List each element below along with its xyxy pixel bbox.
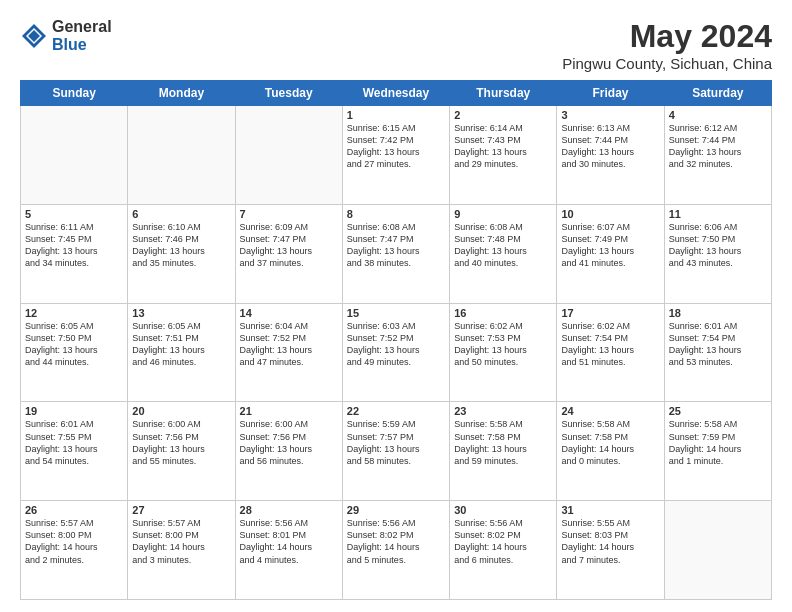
day-info: Sunrise: 6:02 AMSunset: 7:54 PMDaylight:… (561, 320, 659, 369)
day-info: Sunrise: 6:00 AMSunset: 7:56 PMDaylight:… (132, 418, 230, 467)
day-number: 8 (347, 208, 445, 220)
day-info: Sunrise: 5:59 AMSunset: 7:57 PMDaylight:… (347, 418, 445, 467)
logo-text: General Blue (52, 18, 112, 53)
calendar-cell: 6Sunrise: 6:10 AMSunset: 7:46 PMDaylight… (128, 204, 235, 303)
day-header-friday: Friday (557, 81, 664, 106)
day-number: 13 (132, 307, 230, 319)
calendar-cell: 3Sunrise: 6:13 AMSunset: 7:44 PMDaylight… (557, 106, 664, 205)
day-number: 7 (240, 208, 338, 220)
calendar-cell: 25Sunrise: 5:58 AMSunset: 7:59 PMDayligh… (664, 402, 771, 501)
calendar-cell: 31Sunrise: 5:55 AMSunset: 8:03 PMDayligh… (557, 501, 664, 600)
main-title: May 2024 (562, 18, 772, 55)
calendar-cell: 12Sunrise: 6:05 AMSunset: 7:50 PMDayligh… (21, 303, 128, 402)
calendar-cell: 27Sunrise: 5:57 AMSunset: 8:00 PMDayligh… (128, 501, 235, 600)
day-info: Sunrise: 5:56 AMSunset: 8:02 PMDaylight:… (454, 517, 552, 566)
calendar-cell: 16Sunrise: 6:02 AMSunset: 7:53 PMDayligh… (450, 303, 557, 402)
week-row-5: 26Sunrise: 5:57 AMSunset: 8:00 PMDayligh… (21, 501, 772, 600)
week-row-2: 5Sunrise: 6:11 AMSunset: 7:45 PMDaylight… (21, 204, 772, 303)
calendar-cell: 19Sunrise: 6:01 AMSunset: 7:55 PMDayligh… (21, 402, 128, 501)
calendar-cell: 11Sunrise: 6:06 AMSunset: 7:50 PMDayligh… (664, 204, 771, 303)
week-row-4: 19Sunrise: 6:01 AMSunset: 7:55 PMDayligh… (21, 402, 772, 501)
day-number: 18 (669, 307, 767, 319)
day-number: 21 (240, 405, 338, 417)
day-info: Sunrise: 5:58 AMSunset: 7:58 PMDaylight:… (454, 418, 552, 467)
day-number: 24 (561, 405, 659, 417)
calendar-cell (21, 106, 128, 205)
day-info: Sunrise: 5:57 AMSunset: 8:00 PMDaylight:… (132, 517, 230, 566)
calendar-cell: 24Sunrise: 5:58 AMSunset: 7:58 PMDayligh… (557, 402, 664, 501)
day-number: 30 (454, 504, 552, 516)
day-number: 29 (347, 504, 445, 516)
day-number: 6 (132, 208, 230, 220)
day-info: Sunrise: 5:58 AMSunset: 7:58 PMDaylight:… (561, 418, 659, 467)
day-info: Sunrise: 6:13 AMSunset: 7:44 PMDaylight:… (561, 122, 659, 171)
day-header-sunday: Sunday (21, 81, 128, 106)
day-info: Sunrise: 5:56 AMSunset: 8:02 PMDaylight:… (347, 517, 445, 566)
calendar-table: SundayMondayTuesdayWednesdayThursdayFrid… (20, 80, 772, 600)
day-info: Sunrise: 5:57 AMSunset: 8:00 PMDaylight:… (25, 517, 123, 566)
day-number: 15 (347, 307, 445, 319)
day-info: Sunrise: 6:08 AMSunset: 7:48 PMDaylight:… (454, 221, 552, 270)
day-number: 4 (669, 109, 767, 121)
subtitle: Pingwu County, Sichuan, China (562, 55, 772, 72)
day-header-saturday: Saturday (664, 81, 771, 106)
calendar-cell: 9Sunrise: 6:08 AMSunset: 7:48 PMDaylight… (450, 204, 557, 303)
page: General Blue May 2024 Pingwu County, Sic… (0, 0, 792, 612)
calendar-cell: 22Sunrise: 5:59 AMSunset: 7:57 PMDayligh… (342, 402, 449, 501)
calendar-cell: 13Sunrise: 6:05 AMSunset: 7:51 PMDayligh… (128, 303, 235, 402)
week-row-1: 1Sunrise: 6:15 AMSunset: 7:42 PMDaylight… (21, 106, 772, 205)
day-info: Sunrise: 6:01 AMSunset: 7:54 PMDaylight:… (669, 320, 767, 369)
day-number: 31 (561, 504, 659, 516)
day-info: Sunrise: 6:05 AMSunset: 7:51 PMDaylight:… (132, 320, 230, 369)
day-info: Sunrise: 6:03 AMSunset: 7:52 PMDaylight:… (347, 320, 445, 369)
day-info: Sunrise: 6:07 AMSunset: 7:49 PMDaylight:… (561, 221, 659, 270)
day-number: 12 (25, 307, 123, 319)
day-number: 19 (25, 405, 123, 417)
day-header-tuesday: Tuesday (235, 81, 342, 106)
day-info: Sunrise: 6:09 AMSunset: 7:47 PMDaylight:… (240, 221, 338, 270)
calendar-cell (664, 501, 771, 600)
day-number: 17 (561, 307, 659, 319)
calendar-cell: 28Sunrise: 5:56 AMSunset: 8:01 PMDayligh… (235, 501, 342, 600)
calendar-cell (128, 106, 235, 205)
day-number: 23 (454, 405, 552, 417)
day-number: 5 (25, 208, 123, 220)
day-info: Sunrise: 5:58 AMSunset: 7:59 PMDaylight:… (669, 418, 767, 467)
day-info: Sunrise: 6:15 AMSunset: 7:42 PMDaylight:… (347, 122, 445, 171)
logo-blue-text: Blue (52, 36, 112, 54)
calendar-cell: 17Sunrise: 6:02 AMSunset: 7:54 PMDayligh… (557, 303, 664, 402)
day-info: Sunrise: 6:02 AMSunset: 7:53 PMDaylight:… (454, 320, 552, 369)
day-info: Sunrise: 5:55 AMSunset: 8:03 PMDaylight:… (561, 517, 659, 566)
logo-general-text: General (52, 18, 112, 36)
day-number: 14 (240, 307, 338, 319)
day-header-monday: Monday (128, 81, 235, 106)
calendar-cell: 14Sunrise: 6:04 AMSunset: 7:52 PMDayligh… (235, 303, 342, 402)
calendar-cell: 8Sunrise: 6:08 AMSunset: 7:47 PMDaylight… (342, 204, 449, 303)
calendar-cell: 15Sunrise: 6:03 AMSunset: 7:52 PMDayligh… (342, 303, 449, 402)
calendar-cell: 29Sunrise: 5:56 AMSunset: 8:02 PMDayligh… (342, 501, 449, 600)
logo: General Blue (20, 18, 112, 53)
day-number: 27 (132, 504, 230, 516)
day-info: Sunrise: 6:10 AMSunset: 7:46 PMDaylight:… (132, 221, 230, 270)
calendar-cell: 2Sunrise: 6:14 AMSunset: 7:43 PMDaylight… (450, 106, 557, 205)
day-header-wednesday: Wednesday (342, 81, 449, 106)
calendar-cell: 4Sunrise: 6:12 AMSunset: 7:44 PMDaylight… (664, 106, 771, 205)
day-number: 10 (561, 208, 659, 220)
calendar-cell: 1Sunrise: 6:15 AMSunset: 7:42 PMDaylight… (342, 106, 449, 205)
calendar-cell: 10Sunrise: 6:07 AMSunset: 7:49 PMDayligh… (557, 204, 664, 303)
day-info: Sunrise: 6:11 AMSunset: 7:45 PMDaylight:… (25, 221, 123, 270)
day-info: Sunrise: 6:08 AMSunset: 7:47 PMDaylight:… (347, 221, 445, 270)
calendar-cell: 20Sunrise: 6:00 AMSunset: 7:56 PMDayligh… (128, 402, 235, 501)
title-block: May 2024 Pingwu County, Sichuan, China (562, 18, 772, 72)
day-info: Sunrise: 6:14 AMSunset: 7:43 PMDaylight:… (454, 122, 552, 171)
week-row-3: 12Sunrise: 6:05 AMSunset: 7:50 PMDayligh… (21, 303, 772, 402)
day-info: Sunrise: 5:56 AMSunset: 8:01 PMDaylight:… (240, 517, 338, 566)
day-info: Sunrise: 6:05 AMSunset: 7:50 PMDaylight:… (25, 320, 123, 369)
calendar-header-row: SundayMondayTuesdayWednesdayThursdayFrid… (21, 81, 772, 106)
day-number: 22 (347, 405, 445, 417)
header: General Blue May 2024 Pingwu County, Sic… (20, 18, 772, 72)
day-info: Sunrise: 6:04 AMSunset: 7:52 PMDaylight:… (240, 320, 338, 369)
calendar-cell: 21Sunrise: 6:00 AMSunset: 7:56 PMDayligh… (235, 402, 342, 501)
day-number: 16 (454, 307, 552, 319)
day-number: 2 (454, 109, 552, 121)
